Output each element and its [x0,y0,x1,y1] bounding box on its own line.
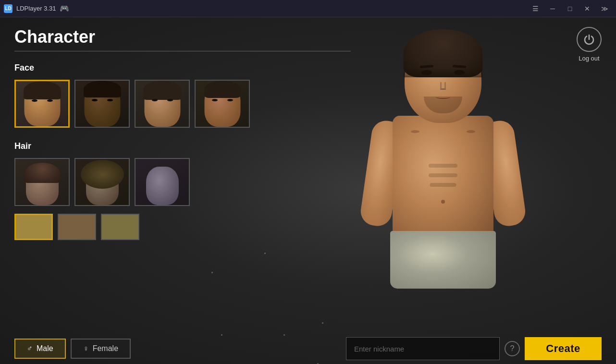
page-title: Character [14,27,255,47]
hair-color-2[interactable] [58,214,96,240]
bottom-bar: ♂ Male ♀ Female ? Create [0,333,616,364]
hair-style-1 [25,163,60,183]
face-hair-2 [84,81,121,97]
hair-option-3[interactable] [135,158,190,206]
face-eye-right-1 [47,99,53,102]
abs-2 [429,173,457,177]
logout-icon [577,27,602,52]
titlebar: LD LDPlayer 3.31 🎮 ☰ ─ □ ✕ ≫ [0,0,616,17]
power-icon [583,34,595,45]
hair-section-label: Hair [14,141,255,151]
face-option-3[interactable] [135,80,190,128]
left-panel: Character Face [0,17,269,364]
eyebrow-left [420,65,433,68]
hair-color-1[interactable] [14,214,53,240]
hair-option-1[interactable] [14,158,70,206]
face-thumb-3 [136,81,189,127]
maximize-button[interactable]: □ [562,3,578,14]
minimize-button[interactable]: ─ [545,3,560,14]
face-section: Face [14,63,255,128]
char-shorts [390,231,496,289]
app-logo: LD [4,4,12,13]
nose [440,82,446,90]
beard [424,97,462,113]
hair-option-2[interactable] [74,158,130,206]
extra-button[interactable]: ≫ [597,3,612,14]
eye-left [421,70,432,75]
face-grid [14,80,255,128]
controller-icon: 🎮 [60,4,69,13]
face-hair-4 [204,81,241,98]
male-gender-button[interactable]: ♂ Male [14,339,66,359]
eye-right [454,70,465,75]
face-eye-left-3 [152,99,158,101]
face-section-label: Face [14,63,255,73]
character-body [352,36,534,325]
face-thumb-1 [16,81,68,126]
female-label: Female [93,344,118,353]
male-label: Male [37,344,53,353]
hair-style-2 [81,160,124,189]
chest-detail-right [467,130,475,133]
face-eye-right-4 [227,99,233,101]
nickname-input[interactable] [346,337,500,360]
hair-color-3[interactable] [101,214,139,240]
abs-3 [430,183,456,187]
color-swatches [14,214,255,240]
face-thumb-4 [196,81,249,127]
close-button[interactable]: ✕ [579,3,595,14]
face-hair-1 [24,81,61,99]
male-symbol: ♂ [27,344,33,353]
char-head [405,36,481,123]
face-eye-right-3 [167,99,173,101]
app-title: LDPlayer 3.31 [16,5,56,12]
nickname-area: ? Create [346,337,602,360]
create-button[interactable]: Create [525,337,602,360]
hair-grid [14,158,255,206]
hair-section: Hair [14,141,255,240]
titlebar-controls: ☰ ─ □ ✕ ≫ [528,3,612,14]
navel [441,200,445,204]
face-thumb-2 [75,81,129,127]
face-option-4[interactable] [195,80,250,128]
char-torso [393,116,493,241]
face-eye-left-1 [32,99,37,102]
face-eye-left-2 [92,99,98,101]
abs-1 [429,164,457,168]
eyebrow-right [453,65,466,68]
hair-thumb-2 [75,159,129,205]
face-eye-right-2 [107,99,113,101]
character-display [270,17,616,344]
face-eye-left-4 [212,99,218,101]
female-gender-button[interactable]: ♀ Female [71,339,131,359]
face-option-1[interactable] [14,80,70,128]
face-option-2[interactable] [74,80,130,128]
titlebar-left: LD LDPlayer 3.31 🎮 [4,4,69,13]
hair-thumb-3 [136,159,189,205]
hair-head-3 [146,167,179,205]
logout-label: Log out [579,55,599,62]
face-features [409,41,477,118]
help-button[interactable]: ? [505,341,520,356]
chest-detail-left [411,130,419,133]
main-content: Character Face [0,17,616,364]
logout-button[interactable]: Log out [577,27,602,62]
hair-thumb-1 [15,159,69,205]
face-hair-3 [143,81,182,100]
female-symbol: ♀ [83,344,89,353]
menu-button[interactable]: ☰ [528,3,543,14]
